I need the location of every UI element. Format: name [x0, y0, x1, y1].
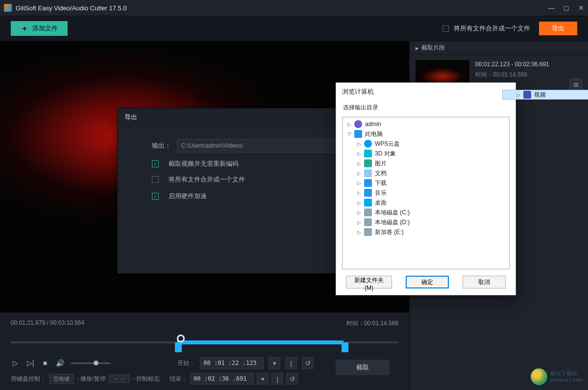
end-time-input[interactable] — [190, 373, 254, 385]
tree-twisty-icon[interactable]: ▷ — [356, 190, 362, 196]
new-folder-button[interactable]: 新建文件夹(M) — [346, 276, 392, 288]
cut-button[interactable]: 截取 — [336, 360, 390, 375]
add-file-button[interactable]: ＋ 添加文件 — [11, 21, 68, 36]
tree-node-label: 本地磁盘 (D:) — [375, 218, 410, 227]
tree-node-label: 本地磁盘 (C:) — [375, 208, 410, 217]
end-bracket-button[interactable]: ] — [271, 373, 283, 385]
tree-node[interactable]: ▽此电脑 — [343, 129, 508, 139]
tree-node[interactable]: ▷下载 — [343, 178, 508, 188]
volume-thumb[interactable] — [94, 361, 98, 365]
disk-icon — [364, 208, 372, 216]
end-reset-button[interactable]: ↺ — [286, 373, 298, 385]
close-button[interactable]: ✕ — [578, 4, 584, 12]
checkbox-icon — [442, 26, 449, 32]
tree-node-label: 此电脑 — [365, 130, 383, 138]
volume-icon[interactable]: 🔊 — [54, 358, 66, 368]
play-button[interactable]: ▷ — [11, 358, 20, 368]
cancel-button[interactable]: 取消 — [463, 276, 506, 288]
checkbox-icon[interactable]: ✓ — [152, 176, 159, 183]
tree-twisty-icon[interactable]: ▷ — [356, 210, 362, 215]
timeline[interactable] — [11, 334, 398, 351]
browse-dialog-title: 浏览计算机 — [342, 87, 374, 96]
maximize-button[interactable]: ◻ — [564, 4, 569, 12]
tree-node[interactable]: ▷新加卷 (E:) — [343, 227, 508, 237]
browse-subtitle: 选择输出目录 — [336, 101, 515, 117]
kb-space: 空格键 — [49, 374, 74, 384]
tree-node[interactable]: ▷文档 — [343, 168, 508, 178]
tree-twisty-icon[interactable]: ▷ — [356, 151, 362, 156]
tree-node[interactable]: ▷admin — [343, 119, 508, 129]
selection-range[interactable] — [177, 340, 343, 344]
opt-merge[interactable]: 将所有文件合并成一个文件 — [169, 175, 245, 184]
chevron-right-icon: ▸ — [416, 45, 418, 52]
tree-node-label: 新加卷 (E:) — [375, 228, 404, 236]
playhead-time: 00:01:21.879 / 00:03:10.564 — [11, 319, 84, 328]
merge-all-checkbox[interactable]: 将所有文件合并成一个文件 — [442, 24, 530, 33]
watermark: 极光下载站 www.xz7.com — [531, 368, 583, 385]
tree-node-label: 3D 对象 — [375, 150, 396, 158]
app-icon — [4, 4, 12, 12]
ok-button[interactable]: 确定 — [406, 276, 449, 288]
end-label: 结束： — [169, 375, 187, 383]
playhead-handle[interactable] — [177, 335, 185, 342]
volume-slider[interactable] — [71, 363, 110, 364]
browse-dialog: 浏览计算机 ✕ 选择输出目录 ▷admin▽此电脑▷WPS云盘▷3D 对象▷视频… — [336, 82, 516, 295]
tree-node[interactable]: ▷WPS云盘 — [343, 139, 508, 149]
start-spin[interactable]: ▾ — [269, 357, 280, 369]
checkbox-checked-icon[interactable]: ✓ — [152, 160, 159, 167]
wps-icon — [364, 140, 372, 148]
tree-twisty-icon[interactable]: ▷ — [356, 171, 362, 176]
kb-marks-label: - 控制标志 — [133, 375, 160, 383]
tree-node[interactable]: ▷图片 — [343, 158, 508, 168]
tree-twisty-icon[interactable]: ▷ — [356, 220, 362, 225]
down-icon — [364, 179, 372, 187]
start-time-input[interactable] — [200, 357, 264, 369]
toolbar: ＋ 添加文件 将所有文件合并成一个文件 导出 — [0, 16, 588, 41]
tree-twisty-icon[interactable]: ▷ — [356, 200, 362, 206]
music-icon — [364, 189, 372, 197]
add-file-label: 添加文件 — [32, 24, 58, 33]
pc-icon — [354, 130, 362, 138]
tree-node[interactable]: ▷音乐 — [343, 188, 508, 198]
watermark-icon — [531, 368, 547, 385]
start-bracket-button[interactable]: [ — [285, 357, 297, 369]
kb-help-prefix: 用键盘控制： — [11, 375, 46, 383]
opt-hwaccel[interactable]: 启用硬件加速 — [169, 192, 207, 201]
tree-node[interactable]: ▷桌面 — [343, 198, 508, 208]
tree-node-label: 音乐 — [375, 189, 387, 197]
tree-twisty-icon[interactable]: ▷ — [356, 141, 362, 147]
export-button[interactable]: 导出 — [539, 22, 577, 35]
end-spin[interactable]: ▾ — [257, 373, 269, 385]
start-reset-button[interactable]: ↺ — [302, 357, 314, 369]
output-path-input[interactable] — [177, 139, 343, 153]
tree-node[interactable]: ▷3D 对象 — [343, 149, 508, 158]
disk-icon — [364, 228, 372, 236]
output-label: 输出： — [152, 141, 171, 150]
selection-end-handle[interactable] — [342, 342, 348, 352]
tree-node-label: 图片 — [375, 159, 387, 168]
minimize-button[interactable]: — — [548, 4, 555, 12]
tree-twisty-icon[interactable]: ▷ — [356, 181, 362, 186]
doc-icon — [364, 169, 372, 177]
tree-node[interactable]: ▷本地磁盘 (D:) — [343, 217, 508, 227]
checkbox-checked-icon[interactable]: ✓ — [152, 193, 159, 200]
plus-icon: ＋ — [21, 24, 28, 34]
merge-all-label: 将所有文件合并成一个文件 — [454, 25, 530, 32]
tree-twisty-icon[interactable]: ▷ — [356, 230, 362, 235]
clip-duration: 00:01:14.568 — [493, 71, 527, 78]
selection-start-handle[interactable] — [175, 342, 182, 352]
folder-tree[interactable]: ▷admin▽此电脑▷WPS云盘▷3D 对象▷视频▷图片▷文档▷下载▷音乐▷桌面… — [342, 117, 510, 269]
clips-panel-title: 截取片段 — [421, 44, 445, 52]
tree-node-label: 下载 — [375, 179, 387, 187]
step-button[interactable]: ▷| — [25, 358, 36, 368]
tree-twisty-icon[interactable]: ▽ — [346, 131, 352, 137]
clips-panel-header[interactable]: ▸ 截取片段 — [410, 41, 588, 55]
stop-button[interactable]: ■ — [41, 358, 49, 368]
tree-twisty-icon[interactable]: ▷ — [356, 161, 362, 166]
tree-node[interactable]: ▷本地磁盘 (C:) — [343, 208, 508, 217]
tree-twisty-icon[interactable]: ▷ — [346, 122, 352, 127]
clip-range: 00:01:22.123 - 00:02:36.691 — [475, 61, 549, 68]
tree-node-label: 桌面 — [375, 199, 387, 207]
opt-noreencode[interactable]: 截取视频并无需重新编码 — [169, 159, 239, 168]
box3d-icon — [364, 150, 372, 157]
